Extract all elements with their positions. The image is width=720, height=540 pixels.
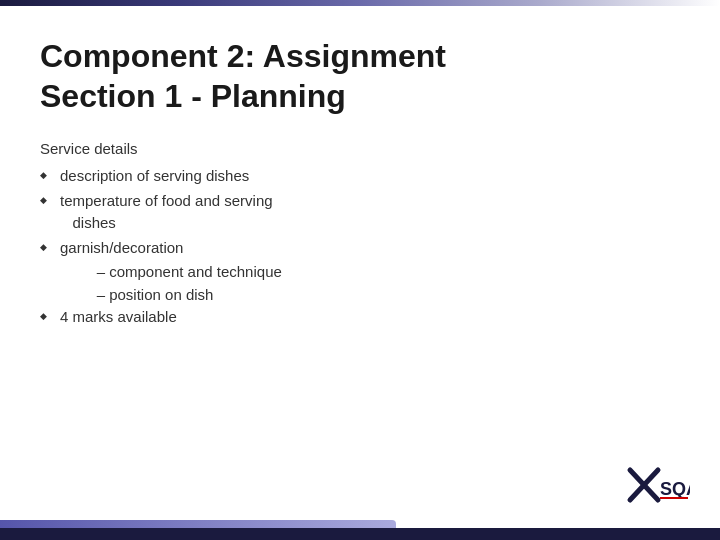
list-item: – component and technique [40,261,680,284]
svg-text:SQA: SQA [660,479,690,499]
slide-title: Component 2: Assignment Section 1 - Plan… [40,36,680,116]
list-item: description of serving dishes [40,165,680,188]
title-line1: Component 2: Assignment [40,38,446,74]
bottom-bar-light [0,520,396,528]
bottom-decoration [0,512,720,540]
list-item: 4 marks available [40,306,680,329]
sqa-logo: SQA [620,465,690,520]
service-details-label: Service details [40,140,680,157]
list-item: temperature of food and serving dishes [40,190,680,235]
content-area: Component 2: Assignment Section 1 - Plan… [0,6,720,512]
slide-container: Component 2: Assignment Section 1 - Plan… [0,0,720,540]
list-item: garnish/decoration [40,237,680,260]
list-item: – position on dish [40,284,680,307]
bottom-bar-dark [0,528,720,540]
title-line2: Section 1 - Planning [40,78,346,114]
bullet-list: description of serving dishes temperatur… [40,165,680,331]
